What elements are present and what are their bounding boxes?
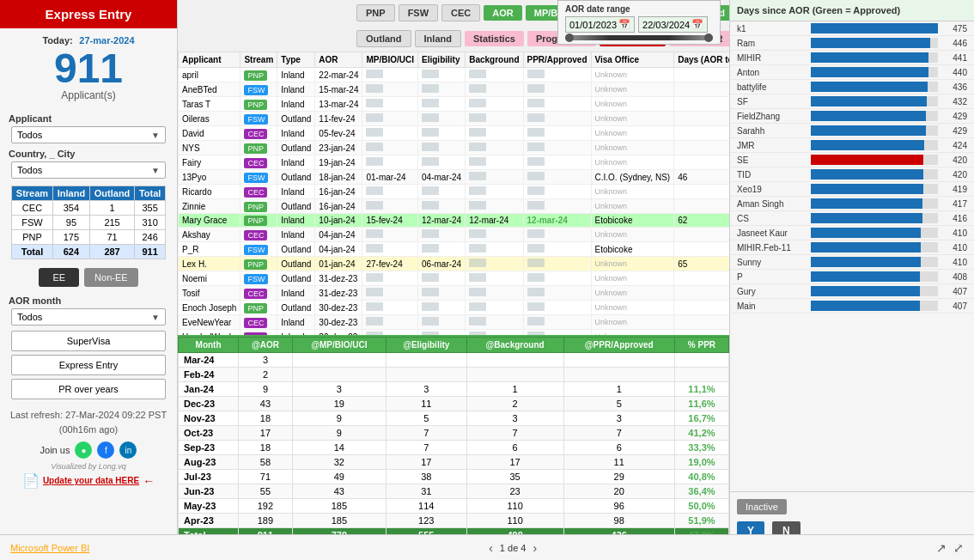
stats-col-bg: @Background (466, 338, 563, 353)
applicant-filter-label: Applicant (9, 113, 52, 124)
table-row: TosifCECInland31-dez-23UnknownN (179, 286, 730, 301)
stats-row: Dec-234319112511,6% (179, 397, 729, 411)
table-row: FairyCECInland19-jan-24UnknownN (179, 155, 730, 170)
bar-container (811, 140, 938, 150)
days-list-item: MIHIR 441 (730, 51, 974, 65)
nav-aor[interactable]: AOR (484, 5, 521, 21)
stream-summary-table: StreamInlandOutlandTotal CEC3541355FSW95… (11, 186, 166, 259)
stats-row: Sep-23181476633,3% (179, 441, 729, 455)
days-list-item: SF 432 (730, 94, 974, 109)
table-row: Mary GracePNPInland10-jan-2415-fev-2412-… (179, 214, 730, 228)
expand-icon[interactable]: ⤢ (953, 541, 964, 555)
left-panel: Express Entry Today: 27-mar-2024 911 App… (0, 0, 178, 560)
table-row: NoemiFSWOutland31-dez-23UnknownN (179, 271, 730, 286)
viz-credit: Visualized by Long.vq (51, 462, 125, 471)
stream-table-row: FSW95215310 (12, 216, 166, 230)
bar (811, 198, 922, 209)
non-ee-button[interactable]: Non-EE (84, 268, 138, 287)
stats-row: Jun-23554331232036,4% (179, 484, 729, 499)
bar (811, 23, 938, 33)
bar-container (811, 198, 938, 209)
days-list-item: Aman Singh 417 (730, 197, 974, 211)
aor-to-date[interactable]: 22/03/2024 📅 (638, 16, 708, 33)
aor-date-inputs: 01/01/2023 📅 22/03/2024 📅 (565, 16, 713, 33)
bottom-bar: Microsoft Power BI ‹ 1 de 4 › ↗ ⤢ (0, 534, 974, 560)
table-row: EveNewYearCECInland30-dez-23UnknownN (179, 315, 730, 330)
table-row: AneBTedFSWInland15-mar-24UnknownN (179, 82, 730, 97)
bar-container (811, 228, 938, 238)
table-row: Taras TPNPInland13-mar-24UnknownN (179, 97, 730, 112)
aor-date-range: AOR date range 01/01/2023 📅 22/03/2024 📅 (557, 0, 721, 45)
bar (811, 257, 921, 267)
bar-container (811, 301, 938, 311)
stats-col-elig: @Eligibility (386, 338, 466, 353)
whatsapp-icon[interactable]: ● (75, 441, 92, 459)
bar-container (811, 286, 938, 296)
bar-container (811, 271, 938, 282)
stats-table-wrapper: Month @AOR @MP/BIO/UCI @Eligibility @Bac… (178, 335, 729, 560)
update-link[interactable]: Update your data HERE (43, 476, 139, 485)
applicants-table: Applicant Stream Type AOR MP/BIO/UCI Eli… (178, 52, 729, 335)
stats-row: Mar-243 (179, 353, 729, 368)
stream-table-row: CEC3541355 (12, 201, 166, 216)
table-row: Enoch JosephPNPOutland30-dez-23UnknownN (179, 301, 730, 315)
table-row: RicardoCECInland16-jan-24UnknownN (179, 185, 730, 199)
nav-fsw[interactable]: FSW (399, 4, 438, 21)
supervisa-button[interactable]: SuperVisa (11, 331, 166, 351)
dropdown-arrow-icon: ▼ (151, 131, 160, 140)
col-vo: Visa Office (591, 52, 674, 68)
slider-right-handle[interactable] (704, 33, 713, 42)
next-page-button[interactable]: › (533, 541, 537, 555)
nav-cec[interactable]: CEC (441, 4, 480, 21)
powerbi-link[interactable]: Microsoft Power BI (10, 543, 89, 553)
days-list-item: P 408 (730, 270, 974, 284)
bar (811, 301, 920, 311)
days-list-item: Jasneet Kaur 410 (730, 226, 974, 240)
main-content: Applicant Stream Type AOR MP/BIO/UCI Eli… (178, 52, 729, 560)
bar-container (811, 155, 938, 165)
bar-container (811, 67, 938, 77)
country-dropdown[interactable]: Todos ▼ (11, 161, 166, 179)
bar-container (811, 38, 938, 48)
bar (811, 111, 926, 121)
days-list-item: Main 407 (730, 299, 974, 313)
nav-inland[interactable]: Inland (415, 30, 461, 47)
col-elig: Eligibility (418, 52, 466, 68)
aor-month-label: AOR month (9, 295, 61, 306)
bar-container (811, 111, 938, 121)
bar (811, 271, 920, 282)
stats-col-mp: @MP/BIO/UCI (292, 338, 386, 353)
aor-from-date[interactable]: 01/01/2023 📅 (565, 16, 635, 33)
bar (811, 38, 930, 48)
bar (811, 286, 920, 296)
express-entry-button[interactable]: Express Entry (11, 355, 166, 375)
aor-month-dropdown[interactable]: Todos ▼ (11, 308, 166, 326)
table-row: DavidCECInland05-fev-24UnknownN (179, 126, 730, 141)
arrow-right-icon: ← (143, 474, 155, 488)
table-header-row: Applicant Stream Type AOR MP/BIO/UCI Eli… (179, 52, 730, 68)
bar-container (811, 23, 938, 33)
days-list-item: Sunny 410 (730, 255, 974, 270)
slider-left-handle[interactable] (565, 33, 574, 42)
inactive-button[interactable]: Inactive (737, 499, 787, 514)
right-panel: Days since AOR (Green = Approved) k1 475… (729, 0, 974, 560)
table-row: 13PyoFSWOutland18-jan-2401-mar-2404-mar-… (179, 170, 730, 185)
bar (811, 228, 921, 238)
nav-outland[interactable]: Outland (356, 30, 411, 47)
facebook-icon[interactable]: f (97, 441, 114, 459)
bar-container (811, 125, 938, 136)
share-icon[interactable]: ↗ (936, 541, 947, 555)
days-list-item: Ram 446 (730, 36, 974, 51)
applicant-dropdown[interactable]: Todos ▼ (11, 126, 166, 143)
dropdown-arrow-icon2: ▼ (151, 166, 160, 175)
ee-button[interactable]: EE (39, 268, 79, 287)
bar-container (811, 82, 938, 92)
prev-page-button[interactable]: ‹ (489, 541, 493, 555)
linkedin-icon[interactable]: in (119, 441, 137, 459)
aor-range-slider[interactable] (565, 35, 713, 40)
bar (811, 140, 924, 150)
nav-statistics[interactable]: Statistics (465, 31, 524, 46)
bar (811, 96, 927, 107)
nav-pnp[interactable]: PNP (356, 4, 395, 21)
pr-over-years-button[interactable]: PR over years (11, 379, 166, 399)
